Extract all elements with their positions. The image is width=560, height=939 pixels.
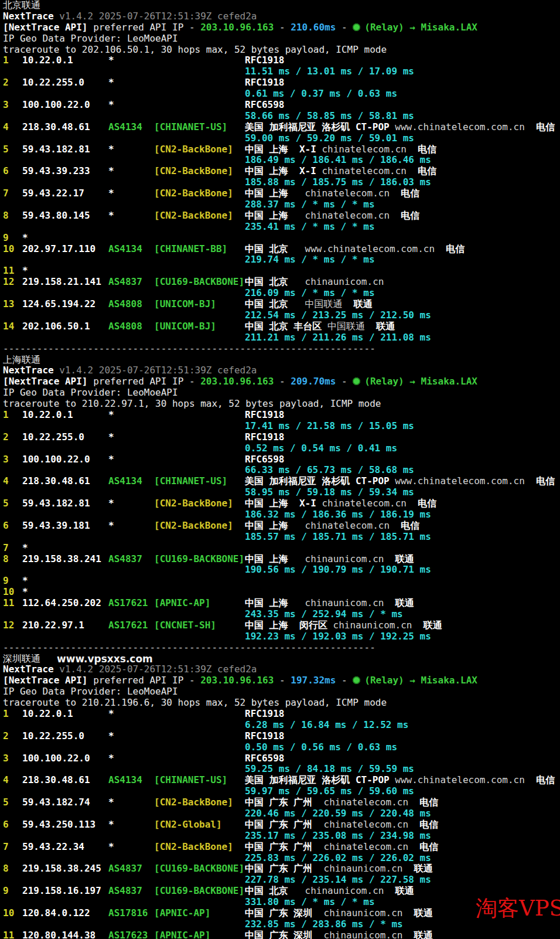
hop-geo-segment: 电信 [408, 797, 438, 808]
hop-asn: * [108, 520, 114, 532]
hop-number: 8 [3, 863, 9, 875]
dash: - [274, 376, 291, 387]
hop-number: 1 [3, 55, 9, 66]
hop-geo: 中国 北京 chinaunicom.cn [245, 277, 384, 288]
hop-geo-segment: 中国 北京 [245, 298, 305, 309]
hop-rtt-row: 288.37 ms / * ms / * ms [0, 199, 560, 210]
hop-asn: * [108, 144, 114, 155]
api-latency: 209.70ms [291, 376, 336, 387]
hop-row: 110.22.0.1*RFC1918 [0, 709, 560, 720]
hop-rtt-row: 190.56 ms / 190.79 ms / 190.71 ms [0, 564, 560, 576]
hop-network-tag: [CN2-BackBone] [154, 520, 233, 532]
hop-rtt: 235.17 ms / 235.08 ms / 234.98 ms [245, 831, 431, 842]
hop-geo-segment: 电信 [407, 165, 436, 176]
hop-asn: AS17816 [108, 908, 148, 919]
hop-rtt: 186.49 ms / 186.41 ms / 186.46 ms [245, 155, 431, 166]
hop-number: 14 [3, 321, 14, 332]
api-prefix: [NextTrace API] [3, 376, 88, 387]
hop-geo: RFC1918 [245, 709, 284, 720]
hop-geo-segment: 中国 广东 广州 [245, 863, 324, 874]
hop-rtt: 185.57 ms / 185.71 ms / 185.71 ms [245, 532, 431, 543]
hop-ip: 59.43.250.113 [22, 819, 95, 831]
hop-geo: RFC6598 [245, 100, 284, 111]
hop-rtt: 6.28 ms / 16.84 ms / 12.52 ms [245, 720, 408, 731]
hop-ip: 10.22.0.1 [22, 55, 73, 66]
hop-geo-segment: RFC6598 [245, 99, 284, 110]
hop-number: 7 [3, 188, 9, 199]
hop-ip: 10.22.255.0 [22, 77, 84, 89]
hop-number: 9 [3, 886, 9, 897]
hop-rtt-row: 6.28 ms / 16.84 ms / 12.52 ms [0, 720, 560, 731]
relay-route: (Relay) → Misaka.LAX [364, 675, 477, 686]
hop-asn: * [108, 797, 114, 808]
hop-network-tag: [CNCNET-SH] [154, 620, 216, 631]
hop-rtt-row: 235.41 ms / * ms / * ms [0, 222, 560, 233]
app-name: NextTrace [3, 11, 59, 22]
section-label-line: 深圳联通www.vpsxxs.com [0, 654, 560, 665]
hop-asn: AS17621 [108, 620, 148, 631]
version-line: NextTrace v1.4.2 2025-07-26T12:51:39Z ce… [0, 664, 560, 675]
hop-geo: 中国 上海 闵行区 chinaunicom.cn 联通 [245, 620, 442, 631]
hop-number: 13 [3, 299, 14, 310]
hop-geo-segment: 联通 [384, 553, 414, 564]
geo-provider-line: IP Geo Data Provider: LeoMoeAPI [0, 387, 560, 399]
hop-geo: 美国 加利福尼亚 洛杉矶 CT-POP www.chinatelecom.com… [245, 122, 555, 133]
hop-geo-segment: chinaunicom.cn [305, 597, 384, 608]
hop-rtt: 0.61 ms / 0.37 ms / 0.63 ms [245, 89, 397, 100]
hop-row: 11* [0, 266, 560, 277]
hop-number: 2 [3, 77, 9, 89]
hop-geo: RFC6598 [245, 753, 284, 764]
hop-geo-segment: chinatelecom.cn [305, 188, 390, 199]
site-watermark: www.vpsxxs.com [57, 654, 153, 665]
hop-row: 110.22.0.1*RFC1918 [0, 410, 560, 421]
globe-icon [353, 23, 360, 31]
hop-geo-segment: 联通 [384, 885, 414, 896]
hop-geo-segment: 电信 [407, 498, 436, 509]
hop-geo-segment: 联通 [402, 907, 432, 918]
hop-row: 11112.64.250.202AS17621[APNIC-AP]中国 上海 c… [0, 598, 560, 609]
hop-asn: AS4837 [108, 863, 142, 875]
hop-rtt-row: 0.52 ms / 0.54 ms / 0.41 ms [0, 443, 560, 454]
hop-geo: 中国 北京 丰台区 中国联通 联通 [245, 321, 395, 332]
hop-asn: AS17621 [108, 598, 148, 609]
hop-geo-segment: chinatelecom.cn [324, 819, 409, 830]
hop-geo-segment: chinatelecom.cn [322, 498, 407, 509]
hop-ip: 124.65.194.22 [22, 299, 95, 310]
hop-row: 210.22.255.0*RFC1918 [0, 432, 560, 443]
hop-geo-segment: chinaunicom.cn [333, 620, 412, 631]
hop-number: 1 [3, 709, 9, 720]
hop-ip: 100.100.22.0 [22, 454, 90, 465]
globe-icon [353, 377, 360, 385]
hop-rtt-row: 227.78 ms / 235.14 ms / 227.58 ms [0, 875, 560, 886]
hop-rtt: 17.41 ms / 21.58 ms / 15.05 ms [245, 421, 414, 432]
hop-geo: RFC1918 [245, 432, 284, 443]
hop-ip: 10.22.255.0 [22, 432, 84, 443]
hop-geo: 中国 广东 广州 chinaunicom.cn 联通 [245, 863, 433, 875]
hop-asn: * [108, 210, 114, 222]
app-name: NextTrace [3, 664, 59, 675]
section-label-line: 北京联通 [0, 0, 560, 11]
hop-row: 4218.30.48.61AS4134[CHINANET-US]美国 加利福尼亚… [0, 476, 560, 487]
api-latency: 197.32ms [291, 675, 336, 686]
hop-asn: AS4837 [108, 277, 142, 288]
hop-geo-segment: 中国 上海 [245, 597, 305, 608]
hop-network-tag: [UNICOM-BJ] [154, 321, 216, 332]
hop-geo-segment: 电信 [390, 188, 419, 199]
hop-number: 3 [3, 100, 9, 111]
section-label: 上海联通 [3, 354, 40, 365]
api-mid-text: preferred API IP - [88, 675, 201, 686]
hop-geo-segment: www.chinatelecom.com.cn [395, 121, 525, 132]
hop-geo-segment: 中国 北京 [245, 243, 305, 254]
hop-geo-segment: 联通 [365, 321, 395, 332]
api-prefix: [NextTrace API] [3, 22, 88, 33]
hop-rtt-row: 58.66 ms / 58.85 ms / 58.81 ms [0, 111, 560, 122]
hop-rtt: 225.83 ms / 226.02 ms / 226.02 ms [245, 853, 431, 864]
trace-header-line: traceroute to 210.21.196.6, 30 hops max,… [0, 698, 560, 709]
hop-asn: AS4837 [108, 554, 142, 565]
hop-geo-segment: chinaunicom.cn [305, 885, 384, 896]
hop-asn: AS4808 [108, 299, 142, 310]
hop-ip: 10.22.0.1 [22, 410, 73, 421]
hop-network-tag: [CU169-BACKBONE] [154, 277, 244, 288]
api-mid-text: preferred API IP - [88, 376, 201, 387]
hop-row: 10202.97.17.110AS4134[CHINANET-BB]中国 北京 … [0, 244, 560, 255]
